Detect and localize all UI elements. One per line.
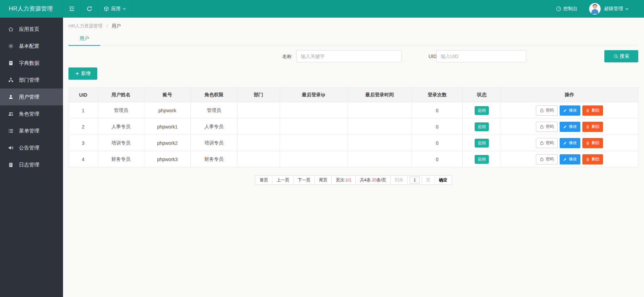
- cell-dept: [237, 119, 280, 135]
- topbar: HR人力资源管理 应用 控制台 超级管理: [0, 0, 644, 18]
- cell-last-ip: [280, 151, 348, 167]
- uid-field-label: UID: [429, 50, 437, 62]
- pencil-icon: [563, 157, 567, 161]
- status-badge[interactable]: 启用: [475, 106, 489, 115]
- app-title: HR人力资源管理: [0, 0, 63, 18]
- cell-account: phpwork3: [144, 151, 191, 167]
- collapse-menu-button[interactable]: [63, 0, 81, 18]
- cell-login-count: 0: [412, 119, 463, 135]
- status-badge[interactable]: 启用: [475, 139, 489, 147]
- table-row: 1 管理员 phpwork 管理员 0 启用 密码 修改: [69, 102, 638, 119]
- sidebar-item-announcements[interactable]: 公告管理: [0, 139, 63, 156]
- sidebar-item-home[interactable]: 应用首页: [0, 21, 63, 38]
- user-menu[interactable]: 超级管理: [604, 6, 629, 12]
- sidebar-item-department[interactable]: 部门管理: [0, 72, 63, 88]
- breadcrumb-current: 用户: [112, 23, 121, 28]
- cell-account: phpwork1: [144, 119, 191, 135]
- add-button-label: 新增: [81, 71, 91, 77]
- speaker-icon: [8, 145, 14, 151]
- sidebar-item-menus[interactable]: 菜单管理: [0, 122, 63, 139]
- status-badge[interactable]: 启用: [475, 122, 489, 131]
- sidebar-item-config[interactable]: 基本配置: [0, 38, 63, 55]
- tab-users[interactable]: 用户: [68, 34, 100, 46]
- pencil-icon: [563, 125, 567, 129]
- cell-last-ip: [280, 119, 348, 135]
- page-total: 共4条 20条/页: [356, 176, 391, 184]
- delete-button[interactable]: 删除: [582, 122, 603, 132]
- password-button[interactable]: 密码: [536, 122, 558, 132]
- sidebar-item-dictionary[interactable]: 字典数据: [0, 55, 63, 72]
- uid-input[interactable]: [436, 50, 526, 62]
- col-dept: 部门: [237, 88, 280, 102]
- cell-actions: 密码 修改 删除: [501, 135, 638, 151]
- add-button[interactable]: 新增: [68, 67, 97, 80]
- sidebar-item-logs[interactable]: 日志管理: [0, 156, 63, 173]
- cell-role: 培训专员: [191, 135, 237, 151]
- user-menu-label: 超级管理: [604, 6, 623, 12]
- cell-login-count: 0: [412, 135, 463, 151]
- sidebar-item-users[interactable]: 用户管理: [0, 88, 63, 105]
- sidebar-item-label: 基本配置: [19, 43, 39, 50]
- pencil-icon: [563, 141, 567, 145]
- col-role: 角色权限: [191, 88, 237, 102]
- search-button[interactable]: 搜索: [604, 50, 638, 62]
- delete-button[interactable]: 删除: [582, 138, 603, 148]
- users-table: UID 用户姓名 账号 角色权限 部门 最后登录ip 最后登录时间 登录次数 状…: [68, 87, 638, 167]
- search-form: 名称 UID 搜索: [68, 50, 638, 62]
- dashboard-icon: [556, 6, 561, 12]
- col-actions: 操作: [501, 88, 638, 102]
- cell-name: 人事专员: [98, 119, 144, 135]
- app-dropdown[interactable]: 应用: [98, 0, 132, 18]
- page-prev[interactable]: 上一页: [272, 176, 294, 184]
- breadcrumb-parent[interactable]: HR人力资源管理: [68, 23, 103, 28]
- user-icon: [8, 94, 14, 100]
- cell-last-time: [348, 102, 412, 119]
- col-last-time: 最后登录时间: [348, 88, 412, 102]
- console-link[interactable]: 控制台: [556, 6, 578, 12]
- main-content: HR人力资源管理 / 用户 用户 名称 UID 搜索 新增: [63, 18, 644, 297]
- cell-name: 财务专员: [98, 151, 144, 167]
- sidebar: 应用首页 基本配置 字典数据 部门管理 用户管理: [0, 18, 63, 297]
- goto-confirm-button[interactable]: 确定: [435, 176, 452, 184]
- cell-login-count: 0: [412, 102, 463, 119]
- page-last[interactable]: 尾页: [315, 176, 332, 184]
- cell-role: 管理员: [191, 102, 237, 119]
- avatar[interactable]: [589, 3, 601, 15]
- cell-name: 管理员: [98, 102, 144, 119]
- sidebar-item-label: 字典数据: [19, 60, 39, 66]
- edit-button[interactable]: 修改: [560, 138, 580, 148]
- book-icon: [8, 60, 14, 66]
- console-label: 控制台: [563, 6, 578, 12]
- page-next[interactable]: 下一页: [294, 176, 315, 184]
- cell-actions: 密码 修改 删除: [501, 119, 638, 135]
- col-name: 用户姓名: [98, 88, 144, 102]
- breadcrumb-separator: /: [106, 23, 108, 28]
- cell-dept: [237, 135, 280, 151]
- sidebar-item-label: 菜单管理: [19, 128, 39, 134]
- refresh-button[interactable]: [81, 0, 98, 18]
- delete-button[interactable]: 删除: [582, 105, 603, 116]
- sidebar-item-label: 角色管理: [19, 111, 39, 117]
- password-button[interactable]: 密码: [536, 105, 558, 116]
- sidebar-item-roles[interactable]: 角色管理: [0, 105, 63, 122]
- goto-page-input[interactable]: [410, 177, 420, 183]
- plus-icon: [75, 72, 79, 76]
- edit-button[interactable]: 修改: [560, 122, 580, 132]
- list-icon: [8, 128, 14, 134]
- lock-icon: [540, 108, 544, 113]
- delete-button[interactable]: 删除: [582, 154, 603, 164]
- password-button[interactable]: 密码: [536, 138, 558, 148]
- table-row: 4 财务专员 phpwork3 财务专员 0 启用 密码 修改: [69, 151, 638, 167]
- cell-last-ip: [280, 135, 348, 151]
- trash-icon: [586, 125, 590, 129]
- sidebar-item-label: 用户管理: [19, 94, 39, 100]
- name-input[interactable]: [296, 50, 401, 62]
- edit-button[interactable]: 修改: [560, 105, 580, 116]
- status-badge[interactable]: 启用: [475, 155, 489, 164]
- lock-icon: [540, 141, 544, 145]
- edit-button[interactable]: 修改: [560, 154, 580, 164]
- chevron-down-icon: [625, 7, 629, 11]
- password-button[interactable]: 密码: [536, 154, 558, 164]
- cell-last-time: [348, 135, 412, 151]
- page-first[interactable]: 首页: [255, 176, 272, 184]
